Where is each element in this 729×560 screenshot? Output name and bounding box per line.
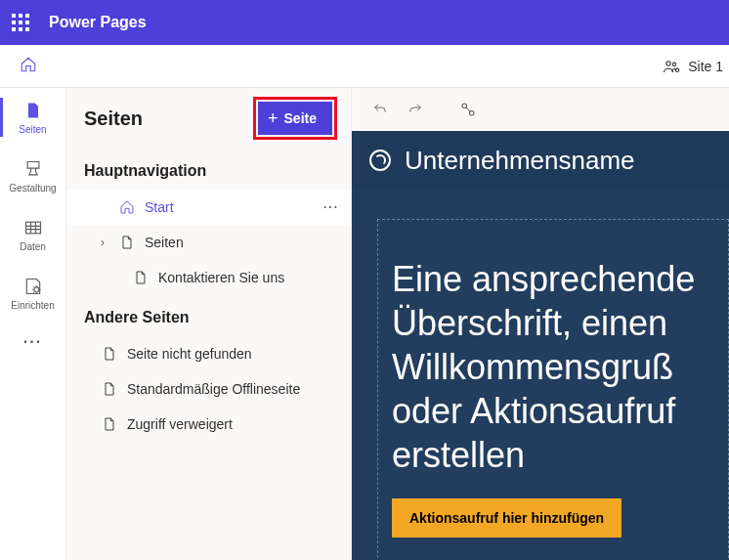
tree-item-start[interactable]: › Start ··· — [66, 190, 351, 225]
svg-rect-3 — [25, 222, 40, 234]
redo-icon — [407, 102, 423, 117]
tree-item-label: Kontaktieren Sie uns — [158, 270, 339, 285]
rail-more-button[interactable]: ··· — [0, 323, 65, 362]
page-icon — [133, 270, 149, 285]
company-name[interactable]: Unternehmensname — [405, 146, 635, 176]
tree-item-offline[interactable]: Standardmäßige Offlineseite — [66, 371, 351, 407]
redo-button[interactable] — [401, 95, 430, 124]
top-banner: Power Pages — [0, 0, 729, 45]
home-icon — [119, 199, 135, 215]
svg-point-0 — [666, 61, 671, 65]
add-page-highlight: + Seite — [253, 97, 337, 140]
rail-label: Einrichten — [11, 300, 54, 311]
page-icon — [102, 346, 117, 362]
page-icon — [23, 101, 43, 120]
product-name: Power Pages — [49, 14, 147, 31]
company-logo-icon — [369, 150, 391, 171]
rail-item-pages[interactable]: Seiten — [0, 88, 65, 147]
rail-label: Daten — [20, 241, 46, 252]
rail-item-styling[interactable]: Gestaltung — [0, 147, 65, 205]
gear-page-icon — [23, 277, 43, 296]
tree-item-label: Seiten — [145, 235, 339, 250]
tree-item-notfound[interactable]: Seite nicht gefunden — [66, 336, 351, 371]
svg-point-2 — [675, 68, 678, 71]
add-page-button[interactable]: + Seite — [258, 102, 332, 135]
people-icon — [663, 58, 680, 75]
rail-label: Gestaltung — [9, 183, 56, 194]
undo-button[interactable] — [365, 95, 395, 124]
link-icon — [459, 101, 477, 118]
canvas-area: Unternehmensname Eine ansprechende Übers… — [352, 88, 729, 560]
svg-point-1 — [673, 63, 676, 65]
site-switcher[interactable]: Site 1 — [663, 58, 723, 75]
page-icon — [119, 235, 135, 250]
tree-item-contact[interactable]: › Kontaktieren Sie uns — [66, 260, 351, 295]
page-icon — [102, 381, 117, 397]
add-page-label: Seite — [284, 110, 317, 126]
tree-item-pages[interactable]: › Seiten — [66, 225, 351, 260]
pages-panel: Seiten + Seite Hauptnavigation › Start ·… — [66, 88, 352, 560]
tree-item-denied[interactable]: Zugriff verweigert — [66, 407, 351, 442]
rail-label: Seiten — [19, 124, 46, 135]
rail-item-data[interactable]: Daten — [0, 205, 65, 264]
brush-icon — [23, 159, 43, 179]
hero-section[interactable]: Eine ansprechende Überschrift, einen Wil… — [352, 190, 729, 560]
hero-editable-zone[interactable]: Eine ansprechende Überschrift, einen Wil… — [377, 219, 729, 560]
sub-header: Site 1 — [0, 45, 729, 88]
app-launcher-icon[interactable] — [12, 14, 29, 31]
chevron-right-icon[interactable]: › — [96, 236, 109, 249]
pages-panel-title: Seiten — [84, 108, 143, 130]
section-other-pages: Andere Seiten — [66, 295, 351, 336]
site-label: Site 1 — [688, 59, 723, 74]
site-preview[interactable]: Unternehmensname Eine ansprechende Übers… — [352, 131, 729, 560]
plus-icon: + — [268, 109, 279, 127]
table-icon — [23, 218, 43, 237]
undo-icon — [372, 102, 388, 117]
hero-headline[interactable]: Eine ansprechende Überschrift, einen Wil… — [392, 257, 728, 477]
tree-item-label: Seite nicht gefunden — [127, 346, 339, 362]
svg-point-4 — [33, 286, 38, 291]
main-area: Seiten Gestaltung Daten Einrichten ··· S… — [0, 88, 729, 560]
tree-item-label: Standardmäßige Offlineseite — [127, 381, 339, 397]
cta-button[interactable]: Aktionsaufruf hier hinzufügen — [392, 498, 622, 538]
tree-item-label: Zugriff verweigert — [127, 416, 339, 432]
canvas-toolbar — [352, 88, 729, 131]
pages-panel-header: Seiten + Seite — [66, 88, 351, 149]
preview-header[interactable]: Unternehmensname — [352, 131, 729, 190]
rail-item-setup[interactable]: Einrichten — [0, 264, 65, 323]
tree-item-label: Start — [145, 199, 314, 215]
more-icon[interactable]: ··· — [323, 200, 339, 214]
section-main-nav: Hauptnavigation — [66, 149, 351, 190]
page-icon — [102, 416, 117, 432]
link-button[interactable] — [453, 95, 483, 124]
home-icon[interactable] — [20, 56, 37, 77]
left-rail: Seiten Gestaltung Daten Einrichten ··· — [0, 88, 66, 560]
